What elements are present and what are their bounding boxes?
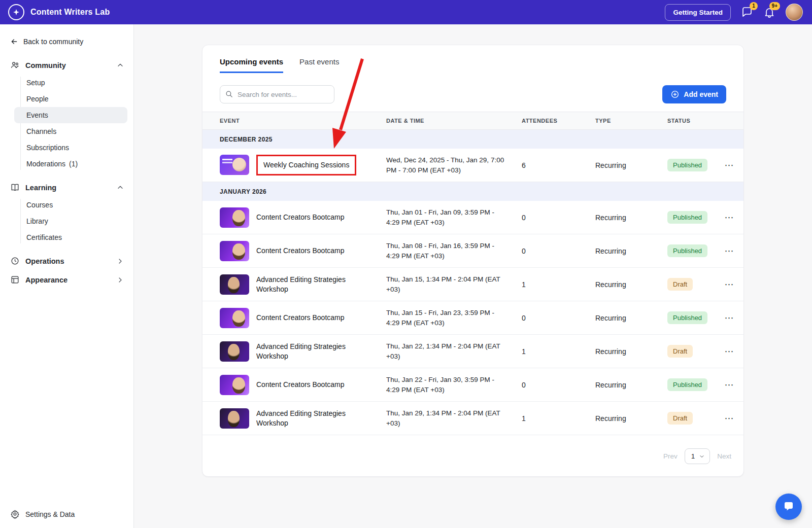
sidebar-item-label: Library <box>26 217 48 225</box>
sidebar-item-setup[interactable]: Setup <box>14 75 127 91</box>
user-avatar[interactable] <box>786 4 803 21</box>
sidebar-item-subscriptions[interactable]: Subscriptions <box>14 139 127 156</box>
add-event-button[interactable]: Add event <box>662 85 726 103</box>
section-label: Community <box>25 61 66 69</box>
column-header-status: STATUS <box>667 118 723 124</box>
month-group-header: JANUARY 2026 <box>202 182 743 201</box>
sidebar-item-events[interactable]: Events <box>14 107 127 123</box>
event-type: Recurring <box>595 280 667 289</box>
events-table: EVENT DATE & TIME ATTENDEES TYPE STATUS … <box>202 112 743 435</box>
settings-label: Settings & Data <box>25 510 75 518</box>
event-attendees: 1 <box>522 414 595 423</box>
event-row[interactable]: Content Creators BootcampThu, Jan 08 - F… <box>202 234 743 268</box>
event-type: Recurring <box>595 314 667 322</box>
notifications-button[interactable]: 9+ <box>763 6 775 18</box>
appearance-icon <box>10 275 20 285</box>
row-more-button[interactable]: ⋯ <box>723 279 735 290</box>
sidebar-section-community[interactable]: Community <box>0 56 133 75</box>
page-select-value: 1 <box>691 452 695 460</box>
tab-upcoming-events[interactable]: Upcoming events <box>220 57 283 73</box>
events-table-body: DECEMBER 2025Weekly Coaching SessionsWed… <box>202 130 743 435</box>
event-row[interactable]: Content Creators BootcampThu, Jan 22 - F… <box>202 368 743 402</box>
event-thumbnail <box>220 408 249 429</box>
event-datetime: Thu, Jan 15 - Fri, Jan 23, 3:59 PM - 4:2… <box>386 308 522 328</box>
event-cell: Advanced Editing Strategies Workshop <box>220 341 386 362</box>
sidebar-item-certificates[interactable]: Certificates <box>14 229 127 245</box>
event-row[interactable]: Content Creators BootcampThu, Jan 01 - F… <box>202 201 743 234</box>
sidebar-item-label: Moderations <box>26 160 65 168</box>
event-thumbnail <box>220 375 249 395</box>
sidebar-item-label: Courses <box>26 201 53 209</box>
community-icon <box>10 60 20 70</box>
sidebar-section-appearance[interactable]: Appearance <box>0 270 133 289</box>
row-more-button[interactable]: ⋯ <box>723 413 735 424</box>
page-select[interactable]: 1 <box>685 448 710 464</box>
sidebar-item-label: Certificates <box>26 233 62 241</box>
settings-data-link[interactable]: Settings & Data <box>0 500 133 528</box>
app-logo-icon[interactable] <box>8 4 24 20</box>
status-badge: Draft <box>667 345 693 358</box>
sidebar-item-channels[interactable]: Channels <box>14 123 127 139</box>
column-header-type: TYPE <box>595 118 667 124</box>
event-title: Advanced Editing Strategies Workshop <box>256 342 378 361</box>
row-more-button[interactable]: ⋯ <box>723 212 735 223</box>
sidebar-section-operations[interactable]: Operations <box>0 252 133 270</box>
topbar: Content Writers Lab Getting Started 1 9+ <box>0 0 812 24</box>
status-badge: Published <box>667 311 707 324</box>
event-row[interactable]: Advanced Editing Strategies WorkshopThu,… <box>202 268 743 301</box>
learning-icon <box>10 183 20 192</box>
tab-past-events[interactable]: Past events <box>299 57 339 73</box>
moderations-count: (1) <box>69 160 78 168</box>
learning-subnav: Courses Library Certificates <box>14 197 127 245</box>
search-input[interactable] <box>220 85 334 103</box>
event-cell: Content Creators Bootcamp <box>220 241 386 261</box>
sidebar-item-library[interactable]: Library <box>14 213 127 229</box>
event-row[interactable]: Advanced Editing Strategies WorkshopThu,… <box>202 335 743 368</box>
sidebar-item-moderations[interactable]: Moderations (1) <box>14 156 127 172</box>
status-badge: Published <box>667 244 707 257</box>
event-type: Recurring <box>595 161 667 169</box>
back-link-label: Back to community <box>23 38 83 46</box>
event-title: Content Creators Bootcamp <box>256 313 345 323</box>
row-more-button[interactable]: ⋯ <box>723 160 735 171</box>
section-label: Operations <box>25 257 64 265</box>
row-more-button[interactable]: ⋯ <box>723 312 735 324</box>
sidebar-item-label: People <box>26 95 49 103</box>
messages-badge: 1 <box>750 2 758 10</box>
prev-button[interactable]: Prev <box>663 452 678 460</box>
event-datetime: Thu, Jan 22 - Fri, Jan 30, 3:59 PM - 4:2… <box>386 375 522 395</box>
community-subnav: Setup People Events Channels Subscriptio… <box>14 75 127 172</box>
star-icon <box>12 8 20 16</box>
getting-started-button[interactable]: Getting Started <box>665 4 731 21</box>
sidebar-section-learning[interactable]: Learning <box>0 178 133 197</box>
messages-button[interactable]: 1 <box>741 6 753 18</box>
row-more-button[interactable]: ⋯ <box>723 379 735 391</box>
sidebar-item-label: Events <box>26 111 48 119</box>
event-datetime: Thu, Jan 08 - Fri, Jan 16, 3:59 PM - 4:2… <box>386 241 522 261</box>
next-button[interactable]: Next <box>717 452 731 460</box>
event-cell: Content Creators Bootcamp <box>220 308 386 328</box>
sidebar-item-label: Channels <box>26 127 56 135</box>
event-status-cell: Published <box>667 159 723 171</box>
events-card: Upcoming events Past events Add event <box>202 45 744 477</box>
column-header-attendees: ATTENDEES <box>522 118 595 124</box>
event-row[interactable]: Content Creators BootcampThu, Jan 15 - F… <box>202 301 743 335</box>
back-to-community-link[interactable]: Back to community <box>0 28 133 56</box>
sidebar-item-courses[interactable]: Courses <box>14 197 127 213</box>
row-more-button[interactable]: ⋯ <box>723 346 735 357</box>
add-event-label: Add event <box>684 90 718 98</box>
event-status-cell: Published <box>667 311 723 324</box>
event-datetime: Thu, Jan 15, 1:34 PM - 2:04 PM (EAT +03) <box>386 274 522 294</box>
status-badge: Draft <box>667 412 693 425</box>
event-title: Content Creators Bootcamp <box>256 246 345 256</box>
chat-widget-button[interactable] <box>775 494 802 520</box>
event-status-cell: Draft <box>667 412 723 425</box>
event-row[interactable]: Weekly Coaching SessionsWed, Dec 24, 202… <box>202 149 743 182</box>
row-more-button[interactable]: ⋯ <box>723 245 735 257</box>
event-cell: Advanced Editing Strategies Workshop <box>220 408 386 429</box>
sidebar-item-people[interactable]: People <box>14 91 127 107</box>
event-title: Advanced Editing Strategies Workshop <box>256 275 378 294</box>
event-row[interactable]: Advanced Editing Strategies WorkshopThu,… <box>202 402 743 435</box>
event-type: Recurring <box>595 381 667 389</box>
chevron-right-icon <box>116 257 124 265</box>
